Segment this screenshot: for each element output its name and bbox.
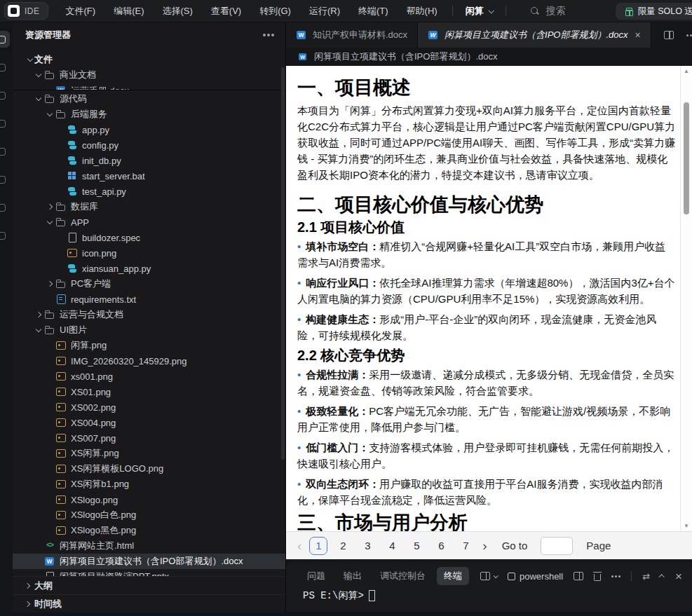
tree-item[interactable]: XS闲算.png	[13, 446, 285, 461]
file-type-icon	[67, 124, 78, 135]
tree-item[interactable]: APP	[13, 214, 285, 230]
tree-item[interactable]: 源代码	[13, 91, 285, 107]
tree-item-label: XS007.png	[71, 433, 116, 444]
doc-bullet: 极致轻量化：PC客户端无冗余功能、无广告，智能避让游戏/视频场景，不影响用户正常…	[297, 403, 676, 435]
test-icon[interactable]	[0, 171, 10, 188]
tree-item[interactable]: 闲算.png	[13, 338, 285, 353]
tree-item[interactable]: 运营与合规文档	[13, 307, 285, 322]
document-scrollbar[interactable]: ▲ ▼	[680, 66, 692, 531]
explorer-icon[interactable]	[0, 31, 10, 48]
more-actions-icon[interactable]	[611, 575, 613, 577]
tab-intellectual-property-doc[interactable]: 知识产权申请材料.docx	[286, 22, 418, 48]
tree-item[interactable]: XS闲算横板LOGO.png	[13, 461, 285, 477]
kill-terminal-icon[interactable]	[594, 574, 601, 581]
page-button[interactable]: 4	[383, 537, 401, 555]
project-menu[interactable]: 闲算	[459, 5, 500, 18]
terminal-output[interactable]: PS E:\闲算>	[286, 586, 692, 602]
outline-section[interactable]: 大纲	[13, 576, 285, 594]
panel-tab[interactable]: 问题	[300, 567, 332, 585]
page-button[interactable]: 2	[334, 537, 352, 555]
close-icon[interactable]: ×	[635, 29, 641, 41]
tree-item[interactable]: 运营手册.docx	[13, 83, 285, 90]
menu-item[interactable]: 终端(T)	[349, 0, 398, 22]
tree-item[interactable]: start_server.bat	[13, 168, 285, 184]
tree-item[interactable]: icon.png	[13, 245, 285, 261]
next-page-button[interactable]: ›	[481, 538, 488, 554]
tree-item[interactable]: XS007.png	[13, 430, 285, 446]
tree-item[interactable]: init_db.py	[13, 153, 285, 168]
tree-item[interactable]: XS002.png	[13, 399, 285, 415]
tree-item[interactable]: XSlogo白色.png	[13, 507, 285, 523]
page-button[interactable]: 7	[456, 537, 475, 555]
split-editor-icon[interactable]	[664, 31, 674, 39]
tree-item[interactable]: 闲算项目立项建议书（含IPO部署规划）.docx	[13, 554, 285, 569]
tree-item[interactable]: requirements.txt	[13, 292, 285, 307]
account-icon[interactable]	[0, 227, 10, 244]
tree-item[interactable]: UI图片	[13, 322, 285, 338]
panel-tab[interactable]: 输出	[337, 567, 369, 585]
layout-icon[interactable]	[0, 199, 10, 216]
tree-item[interactable]: XSlogo.png	[13, 492, 285, 507]
terminal-shell-item[interactable]: powershell	[508, 571, 563, 582]
prev-page-button[interactable]: ‹	[296, 538, 303, 554]
tree-item[interactable]: XSlogo黑色.png	[13, 523, 285, 538]
sidebar-scrollbar[interactable]	[281, 67, 285, 460]
panel-arrange-icon[interactable]: ⇄	[642, 572, 650, 581]
breadcrumb[interactable]: 闲算项目立项建议书（含IPO部署规划）.docx	[286, 48, 692, 66]
split-terminal-icon[interactable]	[574, 572, 583, 580]
menu-item[interactable]: 编辑(E)	[104, 0, 153, 22]
promo-badge[interactable]: 限量 SOLO 送	[616, 3, 692, 20]
tree-item[interactable]: buildozer.spec	[13, 230, 285, 245]
tree-item[interactable]: config.py	[13, 137, 285, 153]
more-actions-icon[interactable]	[686, 34, 688, 36]
tree-item[interactable]: XS01.png	[13, 384, 285, 399]
menu-item[interactable]: 运行(R)	[300, 0, 349, 22]
page-button[interactable]: 3	[358, 537, 376, 555]
tree-item[interactable]: 后端服务	[13, 107, 285, 122]
maximize-panel-icon[interactable]	[658, 574, 664, 580]
file-type-icon	[44, 540, 55, 552]
source-control-icon[interactable]	[0, 87, 10, 104]
tree-item[interactable]: 闲算项目融资路演PPT.pptx	[13, 569, 285, 576]
tab-project-proposal-doc[interactable]: 闲算项目立项建议书（含IPO部署规划）.docx ×	[418, 22, 651, 48]
page-button[interactable]: 5	[407, 537, 426, 555]
extensions-icon[interactable]	[0, 143, 10, 160]
page-button[interactable]: 6	[432, 537, 450, 555]
new-terminal-dropdown-icon[interactable]	[480, 572, 497, 580]
tree-item[interactable]: app.py	[13, 122, 285, 137]
tree-item[interactable]: IMG_20260320_145929.png	[13, 353, 285, 369]
tree-item[interactable]: xs001.png	[13, 369, 285, 384]
panel-tab[interactable]: 调试控制台	[373, 567, 433, 585]
menu-item[interactable]: 文件(F)	[57, 0, 105, 22]
scroll-down-icon[interactable]: ▼	[681, 523, 692, 529]
tree-item[interactable]: test_api.py	[13, 184, 285, 199]
panel-tab[interactable]: 终端	[437, 567, 469, 585]
search-icon[interactable]	[0, 59, 10, 76]
tree-item[interactable]: XS闲算b1.png	[13, 477, 285, 492]
page-button[interactable]: 1	[309, 537, 327, 555]
menu-item[interactable]: 帮助(H)	[398, 0, 447, 22]
tree-item[interactable]: 文件	[13, 52, 285, 67]
panel-tab-bar: 问题输出调试控制台终端 powershell ⇄	[286, 563, 692, 586]
global-search[interactable]: 搜索	[530, 5, 566, 18]
file-type-icon	[67, 232, 78, 243]
menu-item[interactable]: 查看(V)	[202, 0, 250, 22]
tree-item[interactable]: xiansuan_app.py	[13, 261, 285, 276]
menu-item[interactable]: 选择(S)	[153, 0, 201, 22]
doc-paragraph: 本项目为「闲算」分布式闲置算力变现+双向AI算力服务平台，定位国内首款轻量化C2…	[297, 102, 676, 183]
close-panel-icon[interactable]: ×	[675, 570, 682, 582]
tree-item[interactable]: 商业文档	[13, 67, 285, 83]
timeline-section[interactable]: 时间线	[13, 594, 285, 612]
tree-item[interactable]: XS004.png	[13, 415, 285, 430]
more-actions-icon[interactable]	[263, 34, 266, 36]
scrollbar-thumb[interactable]	[684, 102, 689, 214]
tree-item[interactable]: 数据库	[13, 199, 285, 214]
menu-item[interactable]: 转到(G)	[250, 0, 300, 22]
app-logo[interactable]: IDE	[4, 2, 48, 20]
run-debug-icon[interactable]	[0, 115, 10, 132]
tree-item[interactable]: PC客户端	[13, 276, 285, 292]
goto-page-input[interactable]	[541, 537, 573, 555]
tree-item[interactable]: 闲算网站主页.html	[13, 538, 285, 554]
scroll-up-icon[interactable]: ▲	[681, 68, 692, 74]
tree-item-label: XS闲算.png	[71, 447, 119, 460]
